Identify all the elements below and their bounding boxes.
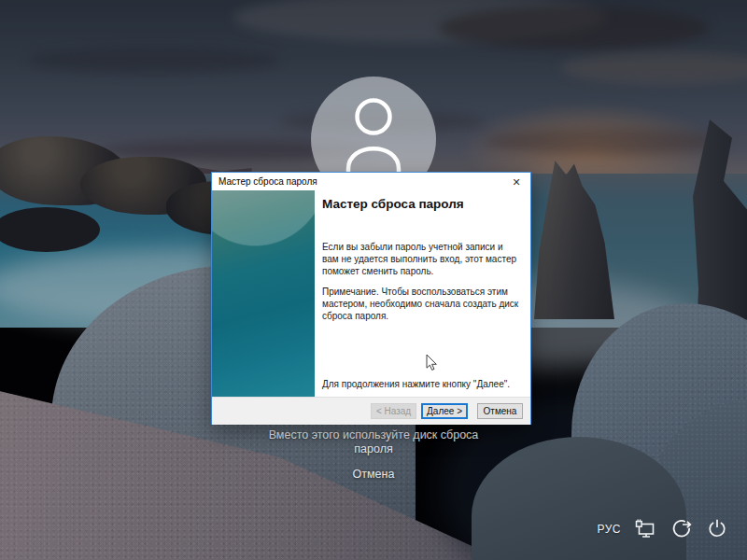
wizard-watermark-panel	[212, 190, 315, 397]
wizard-intro-text: Если вы забыли пароль учетной записи и в…	[322, 241, 521, 277]
next-button[interactable]: Далее >	[421, 403, 468, 419]
lock-cancel-link[interactable]: Отмена	[0, 468, 747, 482]
close-icon[interactable]: ✕	[509, 175, 524, 189]
password-reset-wizard-dialog: Мастер сброса пароля ✕ Мастер сброса пар…	[211, 172, 531, 425]
network-icon[interactable]	[634, 518, 657, 540]
dialog-titlebar[interactable]: Мастер сброса пароля ✕	[212, 173, 530, 190]
ease-of-access-icon[interactable]	[670, 518, 693, 540]
cancel-button[interactable]: Отмена	[477, 403, 523, 419]
language-indicator[interactable]: РУС	[597, 523, 621, 536]
login-tray: РУС	[597, 518, 728, 540]
power-icon[interactable]	[706, 518, 728, 540]
wizard-content: Мастер сброса пароля Если вы забыли паро…	[322, 190, 521, 397]
wizard-note-text: Примечание. Чтобы воспользоваться этим м…	[322, 286, 521, 322]
dialog-title: Мастер сброса пароля	[218, 176, 509, 187]
lock-screen: Вместо этого используйте диск сброса пар…	[0, 0, 747, 560]
lock-screen-links: Вместо этого используйте диск сброса пар…	[0, 428, 747, 482]
use-reset-disk-link[interactable]: Вместо этого используйте диск сброса пар…	[252, 428, 495, 456]
dialog-footer: < Назад Далее > Отмена	[212, 397, 530, 425]
dialog-body: Мастер сброса пароля Если вы забыли паро…	[212, 190, 530, 397]
wizard-heading: Мастер сброса пароля	[322, 197, 521, 211]
back-button[interactable]: < Назад	[371, 403, 416, 419]
wizard-continue-hint: Для продолжения нажмите кнопку "Далее".	[322, 378, 510, 390]
